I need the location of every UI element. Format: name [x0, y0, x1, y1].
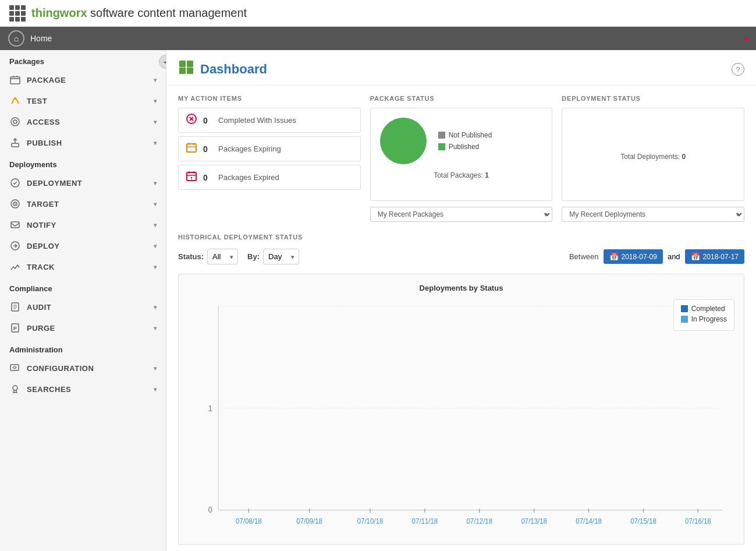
sidebar-item-deploy[interactable]: DEPLOY ▾: [0, 235, 166, 256]
app-grid-icon[interactable]: [9, 5, 26, 22]
package-icon: [9, 74, 21, 86]
svg-rect-20: [187, 68, 193, 74]
end-date-calendar-icon: 📅: [691, 252, 700, 261]
svg-point-8: [15, 203, 16, 204]
sidebar-item-notify[interactable]: NOTIFY ▾: [0, 214, 166, 235]
configuration-icon: [9, 362, 21, 374]
pkg-donut-chart: [380, 118, 427, 164]
sidebar-item-access[interactable]: ACCESS ▾: [0, 111, 166, 132]
sidebar-item-audit[interactable]: AUDIT ▾: [0, 296, 166, 317]
sidebar-item-test-label: TEST: [27, 97, 47, 105]
sidebar-item-purge-chevron: ▾: [154, 325, 157, 331]
start-date-value: 2018-07-09: [622, 253, 657, 261]
svg-text:07/08/18: 07/08/18: [236, 517, 262, 525]
dashboard-icon: [178, 59, 194, 79]
sidebar-item-deployment[interactable]: DEPLOYMENT ▾: [0, 172, 166, 193]
start-date-calendar-icon: 📅: [609, 252, 619, 261]
chart-svg: 1 0 07/08/18 07/09/18 07/10/18 07/11/18 …: [188, 299, 734, 544]
packages-expired-icon: [186, 170, 197, 185]
dashboard-body: MY ACTION ITEMS 0 Completed With Issues …: [166, 86, 756, 551]
svg-text:1: 1: [208, 404, 212, 414]
sidebar-item-deployment-label: DEPLOYMENT: [27, 179, 82, 188]
historical-section: HISTORICAL DEPLOYMENT STATUS Status: All…: [178, 234, 744, 545]
sidebar-item-target[interactable]: TARGET ▾: [0, 193, 166, 214]
svg-point-2: [11, 118, 19, 126]
packages-expiring-icon: [186, 142, 197, 156]
sidebar-item-access-chevron: ▾: [154, 119, 157, 125]
sidebar-item-deployment-chevron: ▾: [154, 180, 157, 186]
svg-rect-22: [187, 61, 193, 67]
sidebar-item-package-label: PACKAGE: [27, 76, 66, 84]
status-filter-group: Status: All: [178, 249, 238, 264]
sidebar-item-purge[interactable]: P PURGE ▾: [0, 317, 166, 338]
recent-packages-select[interactable]: My Recent Packages: [370, 207, 553, 222]
sidebar-item-target-label: TARGET: [27, 200, 59, 209]
chart-title: Deployments by Status: [188, 284, 734, 292]
chart-area: 1 0 07/08/18 07/09/18 07/10/18 07/11/18 …: [188, 299, 734, 544]
app-title-rest: software content management: [87, 6, 247, 19]
test-icon: [9, 95, 21, 107]
home-label[interactable]: Home: [30, 34, 52, 43]
sidebar-item-package[interactable]: PACKAGE ▾: [0, 69, 166, 90]
dep-dropdown[interactable]: My Recent Deployments: [562, 207, 744, 222]
pkg-legend: Not Published Published: [438, 131, 492, 151]
svg-rect-21: [179, 61, 186, 67]
sidebar-section-compliance: Compliance: [0, 277, 166, 296]
completed-issues-icon: [186, 113, 197, 128]
sidebar-item-searches-chevron: ▾: [154, 386, 157, 393]
end-date-value: 2018-07-17: [703, 253, 739, 261]
svg-rect-9: [11, 222, 19, 228]
legend-in-progress: In Progress: [681, 315, 727, 323]
action-item-completed-issues: 0 Completed With Issues: [178, 108, 361, 133]
svg-point-15: [13, 366, 16, 369]
app-title: thingworx software content management: [31, 6, 247, 20]
sidebar-item-searches[interactable]: SEARCHES ▾: [0, 379, 166, 400]
sidebar-item-configuration-label: CONFIGURATION: [27, 364, 94, 373]
start-date-button[interactable]: 📅 2018-07-09: [604, 249, 663, 264]
dashboard-title-text: Dashboard: [200, 62, 267, 77]
sidebar: ◀ Packages PACKAGE ▾ TEST ▾: [0, 50, 166, 551]
deployment-status-panel: DEPLOYMENT STATUS Total Deployments: 0 M…: [562, 95, 744, 222]
historical-header: HISTORICAL DEPLOYMENT STATUS: [178, 234, 744, 241]
legend-completed-label: Completed: [691, 305, 725, 313]
svg-rect-0: [10, 77, 20, 84]
svg-rect-24: [187, 144, 196, 152]
sidebar-item-publish[interactable]: PUBLISH ▾: [0, 132, 166, 153]
pkg-published-label: Published: [449, 143, 480, 151]
sidebar-item-audit-label: AUDIT: [27, 303, 51, 312]
legend-in-progress-dot: [681, 316, 688, 323]
access-icon: [9, 116, 21, 128]
pkg-dropdown[interactable]: My Recent Packages: [370, 207, 553, 222]
sidebar-item-configuration[interactable]: CONFIGURATION ▾: [0, 358, 166, 379]
help-icon[interactable]: ?: [732, 63, 744, 76]
sidebar-item-target-chevron: ▾: [154, 201, 157, 207]
sidebar-item-track[interactable]: TRACK ▾: [0, 256, 166, 277]
by-select[interactable]: Day: [263, 249, 299, 264]
svg-text:07/16/18: 07/16/18: [685, 517, 711, 525]
sidebar-item-deploy-chevron: ▾: [154, 243, 157, 249]
status-row: MY ACTION ITEMS 0 Completed With Issues …: [178, 95, 744, 222]
recent-deployments-select[interactable]: My Recent Deployments: [562, 207, 744, 222]
top-bar: thingworx software content management: [0, 0, 756, 27]
sidebar-item-publish-label: PUBLISH: [27, 139, 62, 147]
target-icon: [9, 198, 21, 210]
pkg-legend-published: Published: [438, 143, 492, 151]
sidebar-item-test[interactable]: TEST ▾: [0, 90, 166, 111]
main-layout: ◀ Packages PACKAGE ▾ TEST ▾: [0, 50, 756, 551]
end-date-button[interactable]: 📅 2018-07-17: [685, 249, 744, 264]
legend-completed-dot: [681, 305, 688, 312]
pkg-total: Total Packages: 1: [380, 171, 543, 179]
purge-icon: P: [9, 322, 21, 334]
by-filter-group: By: Day: [247, 249, 299, 264]
searches-icon: [9, 383, 21, 395]
sidebar-item-test-chevron: ▾: [154, 98, 157, 104]
notify-icon: [9, 219, 21, 231]
by-label: By:: [247, 252, 260, 261]
svg-text:07/15/18: 07/15/18: [630, 517, 656, 525]
chart-container: Deployments by Status 1 0: [178, 274, 744, 545]
svg-point-18: [13, 386, 17, 390]
filter-row: Status: All By: Day: [178, 249, 744, 264]
status-select[interactable]: All: [207, 249, 238, 264]
home-icon[interactable]: ⌂: [8, 30, 24, 47]
pkg-legend-not-published: Not Published: [438, 131, 492, 139]
